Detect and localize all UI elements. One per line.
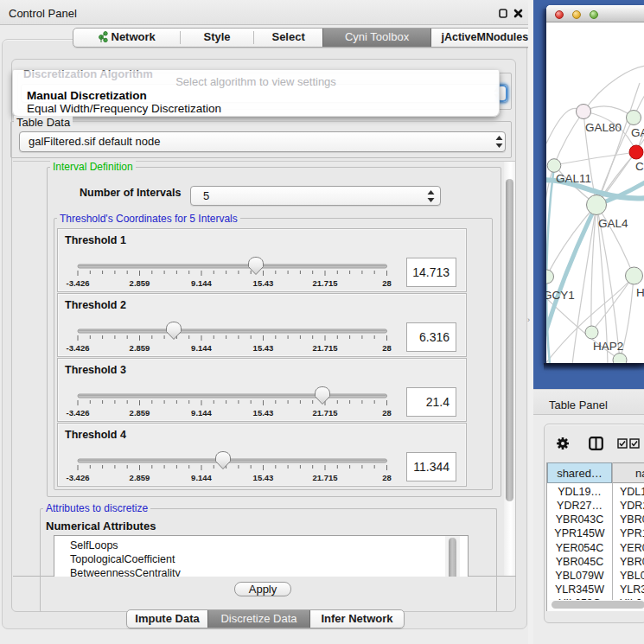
svg-text:21.715: 21.715 xyxy=(312,408,338,418)
svg-text:2.859: 2.859 xyxy=(130,343,150,353)
svg-text:28: 28 xyxy=(382,343,392,353)
svg-text:15.43: 15.43 xyxy=(253,473,274,482)
svg-text:C: C xyxy=(635,160,644,173)
svg-text:9.144: 9.144 xyxy=(191,473,212,482)
svg-text:2.859: 2.859 xyxy=(130,278,150,288)
svg-text:-3.426: -3.426 xyxy=(67,408,90,418)
svg-text:GA: GA xyxy=(631,126,644,139)
svg-text:-3.426: -3.426 xyxy=(67,278,90,288)
svg-text:28: 28 xyxy=(382,473,392,482)
svg-text:GAL4: GAL4 xyxy=(598,217,628,230)
svg-text:-3.426: -3.426 xyxy=(67,473,90,482)
svg-text:-3.426: -3.426 xyxy=(67,343,90,353)
svg-text:28: 28 xyxy=(382,278,392,288)
svg-text:GAL11: GAL11 xyxy=(556,172,591,185)
svg-text:15.43: 15.43 xyxy=(253,278,274,288)
svg-text:21.715: 21.715 xyxy=(312,343,338,353)
svg-text:HAP2: HAP2 xyxy=(593,340,623,353)
svg-text:H: H xyxy=(636,286,644,299)
svg-text:9.144: 9.144 xyxy=(191,278,212,288)
svg-text:GCY1: GCY1 xyxy=(546,289,575,302)
svg-text:9.144: 9.144 xyxy=(191,408,212,418)
svg-text:15.43: 15.43 xyxy=(253,343,274,353)
svg-text:9.144: 9.144 xyxy=(191,343,212,353)
svg-text:2.859: 2.859 xyxy=(130,473,150,482)
svg-text:28: 28 xyxy=(382,408,392,418)
svg-text:2.859: 2.859 xyxy=(130,408,150,418)
svg-text:GAL80: GAL80 xyxy=(585,121,622,134)
svg-text:21.715: 21.715 xyxy=(312,278,338,288)
svg-text:21.715: 21.715 xyxy=(312,473,338,482)
svg-text:15.43: 15.43 xyxy=(253,408,274,418)
